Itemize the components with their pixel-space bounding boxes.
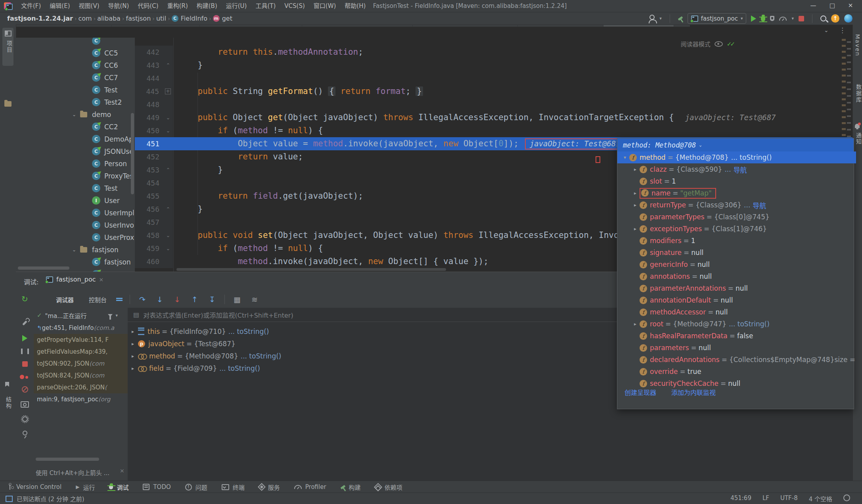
to-string-hint[interactable]: ... toString() bbox=[219, 364, 260, 372]
variable-row-override[interactable]: foverride=true bbox=[617, 366, 862, 378]
notification-bell-icon[interactable] bbox=[855, 122, 860, 130]
run-to-cursor-icon[interactable]: ↧ bbox=[207, 295, 217, 304]
to-string-hint[interactable]: ... toString() bbox=[729, 320, 770, 328]
menu-item-文件F[interactable]: 文件(F) bbox=[17, 0, 45, 12]
variable-row-genericInfo[interactable]: fgenericInfo=null bbox=[617, 259, 862, 270]
breadcrumb-item-FieldInfo[interactable]: CFieldInfo bbox=[172, 15, 207, 22]
tree-item-CC2[interactable]: CCC2 bbox=[16, 121, 135, 133]
fold-icon[interactable]: + bbox=[165, 88, 171, 94]
menu-item-视图V[interactable]: 视图(V) bbox=[75, 0, 104, 12]
rerun-icon[interactable]: ↻ bbox=[21, 294, 28, 304]
highlighting-level-icon[interactable] bbox=[843, 494, 850, 501]
build-project-icon[interactable] bbox=[678, 16, 683, 21]
fold-icon[interactable]: ⌃ bbox=[163, 59, 173, 72]
menu-item-重构R[interactable]: 重构(R) bbox=[163, 0, 192, 12]
expand-chevron-icon[interactable]: ▸ bbox=[128, 329, 138, 334]
variable-row-slot[interactable]: fslot=1 bbox=[617, 175, 862, 187]
hint-close-icon[interactable]: × bbox=[120, 468, 125, 474]
folder-stripe-icon[interactable] bbox=[4, 101, 11, 108]
watch-row-method[interactable]: ▸method={Method@708}... toString() bbox=[128, 350, 631, 362]
watch-row-field[interactable]: ▸field={Field@709}... toString() bbox=[128, 362, 631, 374]
expand-chevron-icon[interactable]: ▸ bbox=[631, 202, 640, 208]
chevron-down-icon[interactable]: ⌄ bbox=[72, 112, 76, 117]
variable-row-root[interactable]: ▸froot={Method@747}... toString() bbox=[617, 318, 862, 330]
debugger-settings-icon[interactable]: ≋ bbox=[249, 295, 260, 304]
tree-item-DemoAp[interactable]: CDemoAp bbox=[16, 133, 135, 145]
tool-window-button-Profiler[interactable]: Profiler bbox=[294, 483, 326, 491]
project-stripe-button[interactable]: 项目 bbox=[2, 28, 13, 66]
variable-row-returnType[interactable]: ▸freturnType={Class@306}...导航 bbox=[617, 199, 862, 211]
editor-horizontal-scrollbar[interactable] bbox=[176, 268, 446, 271]
to-string-hint[interactable]: ... toString() bbox=[241, 352, 282, 360]
pin-icon[interactable] bbox=[23, 431, 27, 435]
profile-icon[interactable] bbox=[649, 15, 655, 20]
breadcrumb-item-get[interactable]: mget bbox=[213, 15, 232, 22]
debug-session-tab[interactable]: fastjson_poc × bbox=[46, 276, 103, 283]
indent-setting[interactable]: 4 个空格 bbox=[809, 494, 832, 503]
profile-chevron-icon[interactable]: ▾ bbox=[659, 16, 662, 21]
variable-row-clazz[interactable]: ▸fclazz={Class@590}...导航 bbox=[617, 163, 862, 175]
step-out-icon[interactable]: ↑ bbox=[190, 295, 200, 304]
popup-header[interactable]: method: Method@708 ⌄ bbox=[617, 138, 854, 151]
layout-settings-icon[interactable] bbox=[116, 297, 123, 302]
step-over-icon[interactable]: ↷ bbox=[137, 295, 147, 304]
to-string-hint[interactable]: ... toString() bbox=[731, 153, 772, 161]
watch-row-this[interactable]: ▸this={FieldInfo@710}... toString() bbox=[128, 325, 631, 337]
code-line-442[interactable]: 442 return this.methodAnnotation; bbox=[135, 46, 852, 59]
tree-item-Test2[interactable]: CTest2 bbox=[16, 96, 135, 108]
expand-chevron-icon[interactable]: ▸ bbox=[631, 226, 640, 232]
menu-item-编辑E[interactable]: 编辑(E) bbox=[45, 0, 74, 12]
navigate-link[interactable]: 导航 bbox=[753, 200, 766, 210]
view-breakpoints-icon[interactable] bbox=[20, 375, 24, 379]
caret-position[interactable]: 451:69 bbox=[730, 494, 751, 503]
tree-item-Test[interactable]: CTest bbox=[16, 84, 135, 96]
pause-icon[interactable] bbox=[21, 349, 29, 354]
chevron-down-icon[interactable]: ⌄ bbox=[72, 247, 76, 253]
frame-row[interactable]: parseObject:206, JSON ( bbox=[34, 381, 128, 393]
bookmark-stripe-icon[interactable] bbox=[5, 381, 9, 388]
expand-chevron-icon[interactable]: ▸ bbox=[631, 190, 640, 196]
stop-button[interactable] bbox=[799, 16, 804, 21]
evaluate-expression-icon[interactable]: ▦ bbox=[232, 295, 242, 304]
tree-item-ProxyTes[interactable]: CProxyTes bbox=[16, 170, 135, 182]
step-into-icon[interactable]: ↓ bbox=[155, 295, 165, 304]
hidden-tabs-chevron-icon[interactable]: ⌄ bbox=[824, 27, 829, 33]
frame-row[interactable]: getPropertyValue:114, F bbox=[34, 334, 128, 346]
error-stripe-2[interactable] bbox=[847, 41, 851, 153]
fold-icon[interactable]: ⌄ bbox=[163, 124, 173, 137]
debug-button[interactable] bbox=[761, 16, 765, 21]
code-line-448[interactable]: 448 bbox=[135, 98, 852, 111]
tool-window-button-问题[interactable]: !问题 bbox=[185, 483, 207, 491]
tool-window-button-运行[interactable]: ▶运行 bbox=[76, 483, 95, 491]
breadcrumb-item-util[interactable]: util bbox=[156, 15, 166, 22]
fold-icon[interactable]: ⌄ bbox=[163, 242, 173, 255]
tree-item-CC6[interactable]: CCC6 bbox=[16, 59, 135, 71]
close-button[interactable]: ✕ bbox=[841, 0, 860, 12]
resume-icon[interactable] bbox=[22, 335, 27, 341]
code-line-444[interactable]: 444 bbox=[135, 72, 852, 85]
database-stripe-button[interactable]: 数据库 bbox=[854, 84, 862, 103]
menu-item-工具T[interactable]: 工具(T) bbox=[251, 0, 280, 12]
code-line-449[interactable]: 449⌄ public Object get(Object javaObject… bbox=[135, 111, 852, 124]
tool-window-button-构建[interactable]: 构建 bbox=[341, 483, 361, 491]
fold-icon[interactable]: ⌄ bbox=[163, 229, 173, 242]
wrench-icon[interactable] bbox=[22, 320, 27, 326]
tool-window-button-调试[interactable]: 调试 bbox=[109, 483, 128, 491]
add-inline-watch-link[interactable]: 添加为内联监视 bbox=[671, 387, 716, 397]
variable-row-method[interactable]: ▾fmethod={Method@708}... toString() bbox=[617, 151, 856, 163]
search-everywhere-icon[interactable] bbox=[820, 15, 826, 21]
expand-chevron-icon[interactable]: ▸ bbox=[128, 366, 138, 371]
tab-options-kebab-icon[interactable]: ⋮ bbox=[839, 26, 846, 34]
to-string-hint[interactable]: ... bbox=[724, 165, 731, 173]
navigate-link[interactable]: 导航 bbox=[734, 165, 747, 174]
variable-row-parameterAnnotations[interactable]: fparameterAnnotations=null bbox=[617, 282, 862, 294]
tree-item-UserInvo[interactable]: CUserInvo bbox=[16, 219, 135, 231]
coverage-button[interactable] bbox=[770, 16, 774, 21]
menu-item-运行U[interactable]: 运行(U) bbox=[222, 0, 251, 12]
variable-row-signature[interactable]: fsignature=null bbox=[617, 247, 862, 259]
debug-tab-控制台[interactable]: 控制台 bbox=[86, 295, 109, 304]
variable-row-modifiers[interactable]: fmodifiers=1 bbox=[617, 235, 862, 247]
tree-item-Test[interactable]: CTest bbox=[16, 182, 135, 194]
maven-stripe-button[interactable]: Maven bbox=[854, 34, 861, 56]
expand-chevron-icon[interactable]: ▸ bbox=[631, 321, 640, 327]
